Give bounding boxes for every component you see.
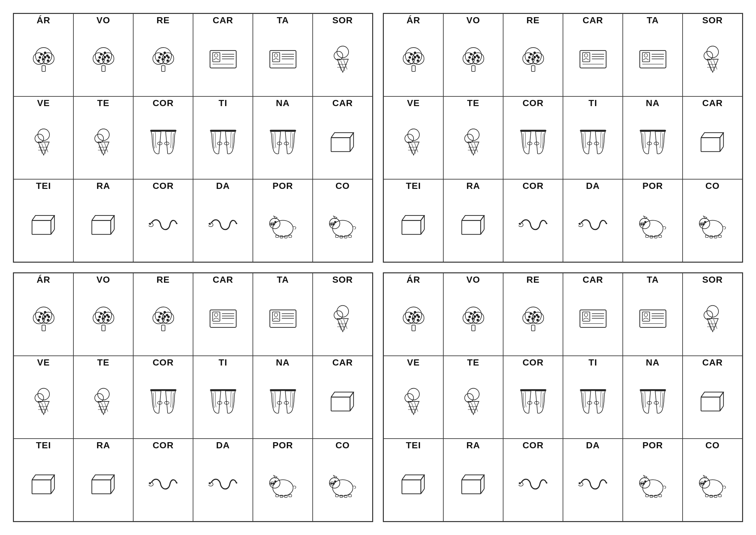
cell-icon-snake-2-3-3 <box>505 190 561 259</box>
svg-line-222 <box>480 215 484 220</box>
cell-icon-box-1-3-1 <box>15 190 72 259</box>
svg-rect-83 <box>331 138 350 152</box>
cell-label-2-1-5: TA <box>647 16 659 25</box>
svg-line-305 <box>338 322 341 330</box>
svg-point-254 <box>40 313 42 314</box>
svg-point-22 <box>102 58 103 60</box>
svg-point-144 <box>476 55 478 57</box>
cell-1-1-5: TA <box>253 14 313 97</box>
cell-2-1-6: SOR <box>683 14 742 97</box>
cell-3-1-5: TA <box>253 273 313 356</box>
svg-line-341 <box>51 475 54 480</box>
cell-4-2-3: COR <box>503 356 563 438</box>
cell-label-3-2-2: TE <box>97 358 110 367</box>
cell-icon-tree-1-1-1 <box>15 25 72 94</box>
svg-line-319 <box>99 405 102 413</box>
cell-label-2-3-1: TEI <box>406 182 421 190</box>
cell-label-3-1-1: ÁR <box>37 275 50 284</box>
svg-point-33 <box>158 57 160 58</box>
svg-point-145 <box>469 57 470 58</box>
svg-line-180 <box>708 63 711 71</box>
svg-rect-333 <box>331 397 350 411</box>
svg-point-369 <box>333 483 334 484</box>
cell-label-4-2-3: COR <box>523 358 544 367</box>
cell-label-1-2-2: TE <box>97 99 110 108</box>
svg-line-93 <box>51 229 54 234</box>
svg-line-97 <box>111 215 114 220</box>
cell-label-2-2-5: NA <box>646 99 659 108</box>
svg-line-99 <box>111 229 114 234</box>
svg-point-397 <box>472 318 473 319</box>
cell-3-3-1: TEI <box>14 438 73 521</box>
svg-point-143 <box>474 52 475 54</box>
svg-point-405 <box>530 313 531 314</box>
svg-point-396 <box>474 316 475 317</box>
cell-icon-card-2-1-4 <box>565 25 621 94</box>
svg-rect-263 <box>101 325 105 331</box>
svg-point-20 <box>99 57 100 58</box>
svg-point-133 <box>414 56 416 58</box>
svg-point-379 <box>410 313 412 314</box>
cell-label-2-2-4: TI <box>588 99 597 108</box>
svg-point-382 <box>409 316 410 318</box>
cell-label-4-2-1: VE <box>407 358 420 367</box>
cell-icon-icecream-4-1-6 <box>684 284 741 353</box>
svg-line-466 <box>421 475 424 480</box>
svg-point-387 <box>417 319 418 321</box>
svg-point-17 <box>100 53 102 55</box>
cell-label-3-3-2: RA <box>96 441 110 450</box>
svg-rect-26 <box>161 66 165 71</box>
cell-icon-tree-4-1-1 <box>385 284 442 353</box>
svg-rect-345 <box>92 480 111 494</box>
svg-point-150 <box>477 60 478 62</box>
svg-point-407 <box>536 314 538 316</box>
svg-point-25 <box>107 60 108 62</box>
cell-label-4-1-4: CAR <box>583 275 603 284</box>
svg-point-255 <box>44 312 45 313</box>
svg-point-394 <box>476 314 478 316</box>
cell-icon-box-2-3-2 <box>445 190 501 259</box>
cell-2-3-5: POR <box>623 179 683 262</box>
cell-icon-tree-4-1-3 <box>505 284 561 353</box>
svg-point-399 <box>468 319 469 321</box>
cell-icon-box-3-3-1 <box>15 450 72 519</box>
svg-point-23 <box>108 57 109 58</box>
svg-rect-401 <box>531 325 535 331</box>
bingo-board-2: ÁR VO <box>383 13 743 263</box>
svg-line-55 <box>338 63 341 71</box>
svg-line-337 <box>350 406 353 411</box>
svg-line-444 <box>469 405 472 413</box>
svg-point-163 <box>536 60 538 62</box>
cell-label-3-1-2: VO <box>96 275 110 284</box>
cell-label-1-2-6: CAR <box>333 99 353 108</box>
cell-2-1-3: RE <box>503 14 563 97</box>
cell-icon-curtain-3-2-5 <box>255 367 311 436</box>
svg-point-485 <box>644 481 646 482</box>
svg-rect-237 <box>650 236 653 238</box>
svg-rect-138 <box>472 66 475 71</box>
cell-4-2-2: TE <box>443 356 503 438</box>
svg-point-270 <box>99 316 100 318</box>
cell-3-2-2: TE <box>73 356 133 438</box>
cell-3-2-1: VE <box>14 356 73 438</box>
svg-point-235 <box>644 221 646 223</box>
svg-point-284 <box>164 316 165 317</box>
cell-icon-snake-4-3-4 <box>565 450 621 519</box>
cell-3-2-6: CAR <box>313 356 372 438</box>
cell-1-3-4: DA <box>193 179 253 262</box>
cell-label-2-1-4: CAR <box>583 16 603 25</box>
cell-icon-curtain-1-2-4 <box>195 108 251 176</box>
svg-rect-250 <box>42 325 45 331</box>
svg-line-462 <box>720 406 723 411</box>
cell-icon-curtain-2-2-5 <box>624 108 681 176</box>
svg-rect-247 <box>710 236 713 238</box>
cell-label-3-3-6: CO <box>336 441 350 450</box>
svg-point-147 <box>472 58 473 60</box>
cell-icon-tree-2-1-2 <box>445 25 501 94</box>
cell-icon-icecream-3-1-6 <box>314 284 371 353</box>
svg-line-437 <box>409 405 412 413</box>
cell-2-3-2: RA <box>443 179 503 262</box>
cell-icon-box-2-3-1 <box>385 190 442 259</box>
cell-label-2-3-4: DA <box>586 182 600 190</box>
svg-point-410 <box>531 318 533 319</box>
